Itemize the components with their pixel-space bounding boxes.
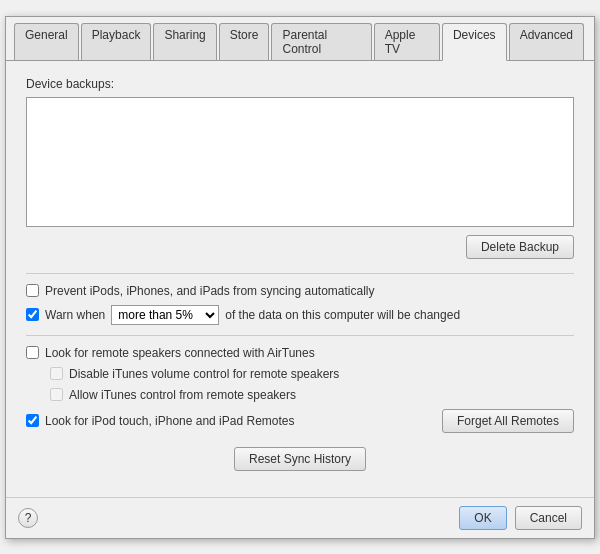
disable-volume-checkbox[interactable] bbox=[50, 367, 63, 380]
ipod-remotes-label: Look for iPod touch, iPhone and iPad Rem… bbox=[45, 414, 432, 428]
dialog-footer: ? OK Cancel bbox=[6, 497, 594, 538]
prevent-sync-checkbox[interactable] bbox=[26, 284, 39, 297]
footer-buttons: OK Cancel bbox=[459, 506, 582, 530]
ipod-remotes-row: Look for iPod touch, iPhone and iPad Rem… bbox=[26, 409, 574, 433]
delete-backup-row: Delete Backup bbox=[26, 235, 574, 259]
allow-control-row: Allow iTunes control from remote speaker… bbox=[26, 388, 574, 402]
tab-advanced[interactable]: Advanced bbox=[509, 23, 584, 60]
dialog: General Playback Sharing Store Parental … bbox=[5, 16, 595, 539]
help-button[interactable]: ? bbox=[18, 508, 38, 528]
warn-when-label-after: of the data on this computer will be cha… bbox=[225, 308, 460, 322]
disable-volume-label: Disable iTunes volume control for remote… bbox=[69, 367, 339, 381]
ipod-remotes-checkbox[interactable] bbox=[26, 414, 39, 427]
prevent-sync-label: Prevent iPods, iPhones, and iPads from s… bbox=[45, 284, 375, 298]
reset-sync-row: Reset Sync History bbox=[26, 447, 574, 471]
ok-button[interactable]: OK bbox=[459, 506, 506, 530]
tab-store[interactable]: Store bbox=[219, 23, 270, 60]
tab-apple-tv[interactable]: Apple TV bbox=[374, 23, 440, 60]
disable-volume-row: Disable iTunes volume control for remote… bbox=[26, 367, 574, 381]
allow-control-checkbox[interactable] bbox=[50, 388, 63, 401]
warn-when-select[interactable]: more than 5% more than 10% more than 25% bbox=[111, 305, 219, 325]
prevent-sync-row: Prevent iPods, iPhones, and iPads from s… bbox=[26, 284, 574, 298]
remote-speakers-checkbox[interactable] bbox=[26, 346, 39, 359]
remote-speakers-label: Look for remote speakers connected with … bbox=[45, 346, 315, 360]
allow-control-label: Allow iTunes control from remote speaker… bbox=[69, 388, 296, 402]
tab-playback[interactable]: Playback bbox=[81, 23, 152, 60]
device-backups-list bbox=[26, 97, 574, 227]
tab-general[interactable]: General bbox=[14, 23, 79, 60]
warn-when-row: Warn when more than 5% more than 10% mor… bbox=[26, 305, 574, 325]
tab-bar: General Playback Sharing Store Parental … bbox=[6, 17, 594, 61]
warn-when-label-before: Warn when bbox=[45, 308, 105, 322]
remote-speakers-row: Look for remote speakers connected with … bbox=[26, 346, 574, 360]
reset-sync-history-button[interactable]: Reset Sync History bbox=[234, 447, 366, 471]
device-backups-label: Device backups: bbox=[26, 77, 574, 91]
divider-1 bbox=[26, 273, 574, 274]
forget-all-remotes-button[interactable]: Forget All Remotes bbox=[442, 409, 574, 433]
divider-2 bbox=[26, 335, 574, 336]
cancel-button[interactable]: Cancel bbox=[515, 506, 582, 530]
warn-when-checkbox[interactable] bbox=[26, 308, 39, 321]
delete-backup-button[interactable]: Delete Backup bbox=[466, 235, 574, 259]
tab-content-devices: Device backups: Delete Backup Prevent iP… bbox=[6, 61, 594, 497]
tab-sharing[interactable]: Sharing bbox=[153, 23, 216, 60]
tab-devices[interactable]: Devices bbox=[442, 23, 507, 61]
tab-parental-control[interactable]: Parental Control bbox=[271, 23, 371, 60]
